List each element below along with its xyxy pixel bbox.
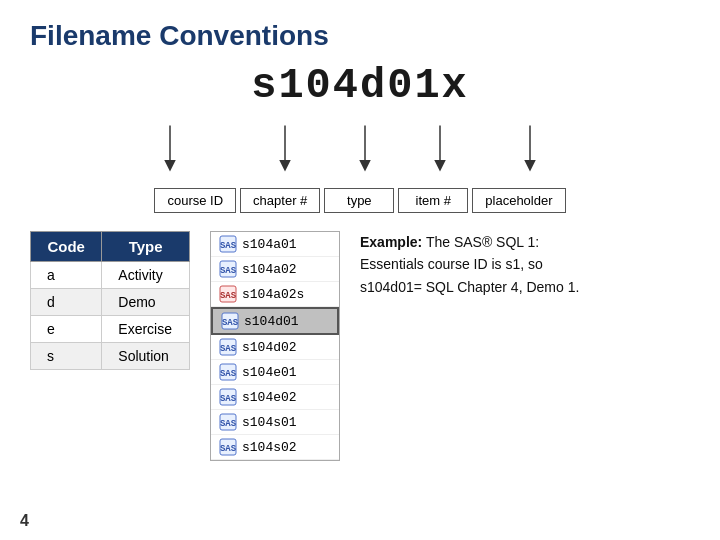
- file-item-s104e02: SAS s104e02: [211, 385, 339, 410]
- file-item-s104a02s: SAS s104a02s: [211, 282, 339, 307]
- type-solution: Solution: [102, 343, 190, 370]
- svg-text:SAS: SAS: [220, 444, 237, 454]
- code-d: d: [31, 289, 102, 316]
- file-item-s104a01: SAS s104a01: [211, 232, 339, 257]
- type-demo: Demo: [102, 289, 190, 316]
- svg-text:SAS: SAS: [220, 419, 237, 429]
- table-row: d Demo: [31, 289, 190, 316]
- labels-row: course ID chapter # type item # placehol…: [30, 188, 690, 213]
- slide-title: Filename Conventions: [30, 20, 690, 52]
- table-row: e Exercise: [31, 316, 190, 343]
- svg-text:SAS: SAS: [220, 344, 237, 354]
- file-item-s104s02: SAS s104s02: [211, 435, 339, 460]
- file-item-s104d01: SAS s104d01: [211, 307, 339, 335]
- code-e: e: [31, 316, 102, 343]
- file-list: SAS s104a01 SAS s104a02 SAS s104a02s SAS…: [210, 231, 340, 461]
- file-item-s104d02: SAS s104d02: [211, 335, 339, 360]
- filename-display: s104d01x: [30, 62, 690, 110]
- svg-text:SAS: SAS: [220, 394, 237, 404]
- arrow-diagram: [30, 118, 690, 178]
- label-type: type: [324, 188, 394, 213]
- label-course-id: course ID: [154, 188, 236, 213]
- label-item: item #: [398, 188, 468, 213]
- file-item-s104a02: SAS s104a02: [211, 257, 339, 282]
- page-number: 4: [20, 512, 29, 530]
- svg-text:SAS: SAS: [220, 369, 237, 379]
- example-box: Example: The SAS® SQL 1: Essentials cour…: [360, 231, 580, 298]
- type-exercise: Exercise: [102, 316, 190, 343]
- svg-text:SAS: SAS: [220, 291, 237, 301]
- code-s: s: [31, 343, 102, 370]
- label-chapter: chapter #: [240, 188, 320, 213]
- table-header-code: Code: [31, 232, 102, 262]
- table-header-type: Type: [102, 232, 190, 262]
- svg-text:SAS: SAS: [222, 318, 239, 328]
- code-a: a: [31, 262, 102, 289]
- table-row: s Solution: [31, 343, 190, 370]
- example-label: Example:: [360, 234, 422, 250]
- label-placeholder: placeholder: [472, 188, 565, 213]
- svg-text:SAS: SAS: [220, 266, 237, 276]
- slide: Filename Conventions s104d01x course ID …: [0, 0, 720, 540]
- file-item-s104e01: SAS s104e01: [211, 360, 339, 385]
- svg-text:SAS: SAS: [220, 241, 237, 251]
- file-item-s104s01: SAS s104s01: [211, 410, 339, 435]
- table-row: a Activity: [31, 262, 190, 289]
- type-activity: Activity: [102, 262, 190, 289]
- code-type-table: Code Type a Activity d Demo e Exercise: [30, 231, 190, 370]
- main-content: Code Type a Activity d Demo e Exercise: [30, 231, 690, 461]
